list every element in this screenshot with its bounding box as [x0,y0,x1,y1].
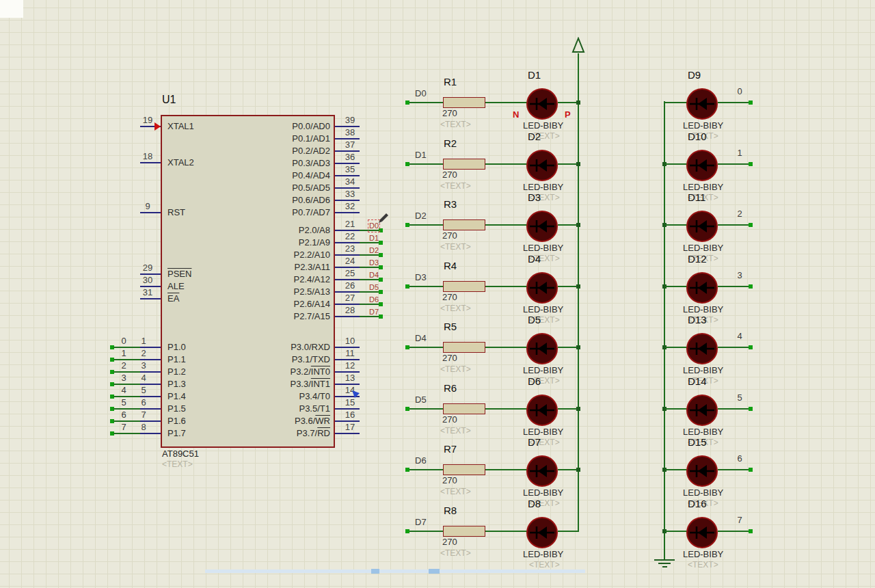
chip-ref-label[interactable]: U1 [162,94,176,105]
wire[interactable] [409,531,443,532]
wire[interactable] [485,286,528,287]
wire[interactable] [718,347,750,348]
schematic-canvas[interactable]: U1 AT89C51 <TEXT> 19 XTAL1 18 XTAL2 9 RS… [0,0,875,588]
wire[interactable] [485,102,528,103]
terminal-number[interactable]: 4 [118,385,130,395]
resistor-body[interactable] [443,526,485,537]
led-model[interactable]: LED-BIBY [683,427,723,437]
terminal-number[interactable]: 7 [733,515,746,525]
led-model[interactable]: LED-BIBY [523,182,563,192]
net-label[interactable]: D2 [369,245,379,256]
led-symbol[interactable] [686,333,718,364]
led-ref[interactable]: D15 [688,437,707,447]
pin-stub[interactable] [140,298,161,299]
wire[interactable] [485,163,528,165]
led-model[interactable]: LED-BIBY [523,549,563,559]
resistor-value[interactable]: 270 [442,170,457,180]
pin-stub[interactable] [335,433,360,434]
resistor-value[interactable]: 270 [442,230,457,241]
net-label[interactable]: D2 [415,211,427,221]
led-ref[interactable]: D16 [688,498,707,509]
led-symbol[interactable] [686,272,718,304]
wire[interactable] [558,286,578,287]
led-ref[interactable]: D1 [528,70,541,80]
net-label[interactable]: D1 [369,233,379,243]
terminal-number[interactable]: 5 [733,392,746,403]
wire[interactable] [665,224,687,226]
pin-stub[interactable] [140,162,161,163]
led-symbol[interactable] [526,88,558,120]
led-symbol[interactable] [686,517,718,548]
resistor-ref[interactable]: R2 [444,138,457,148]
led-symbol[interactable] [686,395,718,426]
led-symbol[interactable] [686,455,718,487]
led-ref[interactable]: D13 [688,315,707,325]
wire[interactable] [485,531,528,532]
chip-part-label[interactable]: AT89C51 [162,449,199,459]
net-label[interactable]: D4 [369,270,379,280]
led-symbol[interactable] [526,455,558,487]
net-label[interactable]: D7 [415,517,427,527]
bottom-scrollbar[interactable] [205,570,585,573]
wire[interactable] [665,469,687,470]
terminal-number[interactable]: 3 [118,373,130,383]
led-ref[interactable]: D12 [688,254,707,264]
led-model[interactable]: LED-BIBY [683,549,723,559]
led-ref[interactable]: D2 [528,131,541,142]
led-symbol[interactable] [526,150,558,181]
wire[interactable] [718,531,750,532]
led-symbol[interactable] [526,395,558,426]
led-symbol[interactable] [686,88,718,120]
terminal-number[interactable]: 2 [118,360,130,371]
wire[interactable] [558,469,578,470]
wire[interactable] [558,347,578,348]
net-label[interactable]: D3 [369,258,379,268]
resistor-body[interactable] [443,342,485,353]
scrollbar-segment[interactable] [429,569,440,574]
terminal-number[interactable]: 2 [733,209,746,219]
led-symbol[interactable] [686,150,718,181]
led-model[interactable]: LED-BIBY [523,427,563,437]
ground-icon[interactable] [654,559,675,561]
resistor-body[interactable] [443,219,485,230]
wire[interactable] [558,224,578,226]
led-ref[interactable]: D8 [528,498,541,509]
wire[interactable] [558,102,578,103]
resistor-body[interactable] [443,464,485,475]
resistor-value[interactable]: 270 [442,353,457,363]
led-model[interactable]: LED-BIBY [523,487,563,498]
wire[interactable] [485,224,528,226]
resistor-value[interactable]: 270 [442,537,457,547]
terminal-number[interactable]: 1 [118,348,130,358]
net-label[interactable]: D3 [415,272,427,282]
power-terminal-icon[interactable] [571,37,585,55]
led-model[interactable]: LED-BIBY [683,304,723,315]
wire[interactable] [409,347,443,348]
wire[interactable] [558,163,578,165]
resistor-body[interactable] [443,159,485,170]
led-ref[interactable]: D5 [528,315,541,325]
led-ref[interactable]: D4 [528,254,541,264]
resistor-body[interactable] [443,403,485,414]
wire[interactable] [718,469,750,470]
wire[interactable] [718,102,750,103]
wire[interactable] [558,408,578,410]
wire[interactable] [409,224,443,226]
pin-stub[interactable] [140,212,161,213]
terminal-number[interactable]: 6 [733,453,746,464]
led-symbol[interactable] [686,211,718,242]
wire[interactable] [485,408,528,410]
led-symbol[interactable] [526,333,558,364]
led-model[interactable]: LED-BIBY [523,365,563,375]
resistor-ref[interactable]: R3 [444,199,457,209]
pin-stub[interactable] [335,212,360,213]
wire[interactable] [665,408,687,410]
led-symbol[interactable] [526,211,558,242]
led-ref[interactable]: D9 [688,70,701,80]
led-model[interactable]: LED-BIBY [683,243,723,253]
led-model[interactable]: LED-BIBY [523,120,563,131]
wire[interactable] [409,408,443,410]
led-model[interactable]: LED-BIBY [683,487,723,498]
wire[interactable] [718,408,750,410]
pin-stub[interactable] [140,433,161,434]
